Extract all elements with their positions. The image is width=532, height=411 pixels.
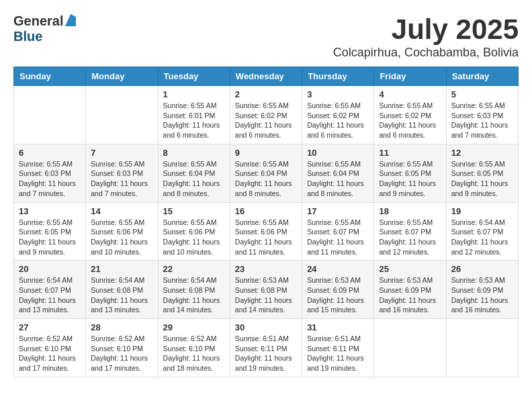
day-number: 12 xyxy=(451,148,513,158)
calendar-cell: 17Sunrise: 6:55 AM Sunset: 6:07 PM Dayli… xyxy=(302,202,374,261)
calendar-week-row: 20Sunrise: 6:54 AM Sunset: 6:07 PM Dayli… xyxy=(14,261,519,319)
calendar-header-row: SundayMondayTuesdayWednesdayThursdayFrid… xyxy=(14,67,519,86)
day-number: 31 xyxy=(307,322,369,332)
logo-general-text: General xyxy=(13,13,63,29)
day-number: 16 xyxy=(235,206,297,216)
day-info: Sunrise: 6:52 AM Sunset: 6:10 PM Dayligh… xyxy=(163,334,225,373)
calendar-cell: 16Sunrise: 6:55 AM Sunset: 6:06 PM Dayli… xyxy=(230,202,302,261)
day-info: Sunrise: 6:54 AM Sunset: 6:08 PM Dayligh… xyxy=(163,275,225,315)
day-info: Sunrise: 6:55 AM Sunset: 6:06 PM Dayligh… xyxy=(235,218,297,257)
day-info: Sunrise: 6:55 AM Sunset: 6:05 PM Dayligh… xyxy=(379,159,441,199)
calendar-cell: 23Sunrise: 6:53 AM Sunset: 6:08 PM Dayli… xyxy=(230,261,302,319)
day-number: 24 xyxy=(307,264,369,274)
day-info: Sunrise: 6:55 AM Sunset: 6:04 PM Dayligh… xyxy=(163,159,225,199)
calendar-cell: 7Sunrise: 6:55 AM Sunset: 6:03 PM Daylig… xyxy=(86,144,158,202)
calendar-cell: 18Sunrise: 6:55 AM Sunset: 6:07 PM Dayli… xyxy=(374,202,446,261)
day-info: Sunrise: 6:55 AM Sunset: 6:07 PM Dayligh… xyxy=(379,218,441,257)
calendar-week-row: 1Sunrise: 6:55 AM Sunset: 6:01 PM Daylig… xyxy=(14,86,519,144)
day-number: 10 xyxy=(307,148,369,158)
calendar-week-row: 13Sunrise: 6:55 AM Sunset: 6:05 PM Dayli… xyxy=(14,202,519,261)
calendar-cell: 30Sunrise: 6:51 AM Sunset: 6:11 PM Dayli… xyxy=(230,319,302,377)
day-number: 26 xyxy=(451,264,513,274)
calendar-cell: 14Sunrise: 6:55 AM Sunset: 6:06 PM Dayli… xyxy=(86,202,158,261)
calendar-week-row: 6Sunrise: 6:55 AM Sunset: 6:03 PM Daylig… xyxy=(14,144,519,202)
calendar-cell: 1Sunrise: 6:55 AM Sunset: 6:01 PM Daylig… xyxy=(158,86,230,144)
day-info: Sunrise: 6:54 AM Sunset: 6:07 PM Dayligh… xyxy=(19,275,81,315)
day-info: Sunrise: 6:55 AM Sunset: 6:03 PM Dayligh… xyxy=(91,159,152,199)
calendar-day-header: Monday xyxy=(86,67,158,86)
day-info: Sunrise: 6:53 AM Sunset: 6:09 PM Dayligh… xyxy=(451,275,513,315)
calendar-cell: 5Sunrise: 6:55 AM Sunset: 6:03 PM Daylig… xyxy=(446,86,518,144)
location-title: Colcapirhua, Cochabamba, Bolivia xyxy=(333,46,519,60)
day-number: 20 xyxy=(19,264,81,274)
day-number: 19 xyxy=(451,206,513,216)
calendar-cell xyxy=(374,319,446,377)
day-number: 22 xyxy=(163,264,225,274)
day-info: Sunrise: 6:51 AM Sunset: 6:11 PM Dayligh… xyxy=(235,334,297,373)
calendar-cell: 10Sunrise: 6:55 AM Sunset: 6:04 PM Dayli… xyxy=(302,144,374,202)
calendar-cell xyxy=(14,86,86,144)
day-info: Sunrise: 6:55 AM Sunset: 6:06 PM Dayligh… xyxy=(163,218,225,257)
calendar-cell: 21Sunrise: 6:54 AM Sunset: 6:08 PM Dayli… xyxy=(86,261,158,319)
day-number: 1 xyxy=(163,89,225,99)
calendar-cell: 26Sunrise: 6:53 AM Sunset: 6:09 PM Dayli… xyxy=(446,261,518,319)
day-number: 4 xyxy=(379,89,441,99)
calendar-day-header: Friday xyxy=(374,67,446,86)
day-number: 27 xyxy=(19,322,81,332)
day-info: Sunrise: 6:55 AM Sunset: 6:02 PM Dayligh… xyxy=(379,101,441,140)
calendar-day-header: Sunday xyxy=(14,67,86,86)
day-number: 23 xyxy=(235,264,297,274)
day-number: 8 xyxy=(163,148,225,158)
svg-marker-0 xyxy=(65,14,76,26)
calendar-day-header: Thursday xyxy=(302,67,374,86)
day-info: Sunrise: 6:55 AM Sunset: 6:02 PM Dayligh… xyxy=(235,101,297,140)
day-number: 30 xyxy=(235,322,297,332)
calendar-table: SundayMondayTuesdayWednesdayThursdayFrid… xyxy=(13,66,519,377)
day-info: Sunrise: 6:55 AM Sunset: 6:05 PM Dayligh… xyxy=(19,218,81,257)
calendar-cell: 8Sunrise: 6:55 AM Sunset: 6:04 PM Daylig… xyxy=(158,144,230,202)
calendar-cell: 25Sunrise: 6:53 AM Sunset: 6:09 PM Dayli… xyxy=(374,261,446,319)
title-block: July 2025 Colcapirhua, Cochabamba, Boliv… xyxy=(333,13,519,60)
calendar-cell: 15Sunrise: 6:55 AM Sunset: 6:06 PM Dayli… xyxy=(158,202,230,261)
calendar-cell: 13Sunrise: 6:55 AM Sunset: 6:05 PM Dayli… xyxy=(14,202,86,261)
calendar-cell: 6Sunrise: 6:55 AM Sunset: 6:03 PM Daylig… xyxy=(14,144,86,202)
day-number: 5 xyxy=(451,89,513,99)
day-number: 11 xyxy=(379,148,441,158)
month-title: July 2025 xyxy=(333,13,519,46)
day-info: Sunrise: 6:52 AM Sunset: 6:10 PM Dayligh… xyxy=(91,334,152,373)
day-info: Sunrise: 6:53 AM Sunset: 6:09 PM Dayligh… xyxy=(379,275,441,315)
calendar-day-header: Wednesday xyxy=(230,67,302,86)
day-number: 13 xyxy=(19,206,81,216)
day-info: Sunrise: 6:52 AM Sunset: 6:10 PM Dayligh… xyxy=(19,334,81,373)
calendar-cell: 31Sunrise: 6:51 AM Sunset: 6:11 PM Dayli… xyxy=(302,319,374,377)
calendar-cell: 4Sunrise: 6:55 AM Sunset: 6:02 PM Daylig… xyxy=(374,86,446,144)
day-info: Sunrise: 6:54 AM Sunset: 6:08 PM Dayligh… xyxy=(91,275,152,315)
page-header: General Blue July 2025 Colcapirhua, Coch… xyxy=(13,13,519,60)
day-number: 18 xyxy=(379,206,441,216)
day-info: Sunrise: 6:54 AM Sunset: 6:07 PM Dayligh… xyxy=(451,218,513,257)
day-info: Sunrise: 6:53 AM Sunset: 6:08 PM Dayligh… xyxy=(235,275,297,315)
day-number: 3 xyxy=(307,89,369,99)
calendar-cell: 24Sunrise: 6:53 AM Sunset: 6:09 PM Dayli… xyxy=(302,261,374,319)
calendar-cell: 19Sunrise: 6:54 AM Sunset: 6:07 PM Dayli… xyxy=(446,202,518,261)
day-info: Sunrise: 6:55 AM Sunset: 6:05 PM Dayligh… xyxy=(451,159,513,199)
calendar-cell: 29Sunrise: 6:52 AM Sunset: 6:10 PM Dayli… xyxy=(158,319,230,377)
calendar-cell xyxy=(86,86,158,144)
day-info: Sunrise: 6:51 AM Sunset: 6:11 PM Dayligh… xyxy=(307,334,369,373)
day-info: Sunrise: 6:55 AM Sunset: 6:06 PM Dayligh… xyxy=(91,218,152,257)
calendar-cell: 2Sunrise: 6:55 AM Sunset: 6:02 PM Daylig… xyxy=(230,86,302,144)
day-info: Sunrise: 6:55 AM Sunset: 6:07 PM Dayligh… xyxy=(307,218,369,257)
day-info: Sunrise: 6:55 AM Sunset: 6:04 PM Dayligh… xyxy=(307,159,369,199)
logo: General Blue xyxy=(13,13,76,44)
day-number: 15 xyxy=(163,206,225,216)
day-number: 17 xyxy=(307,206,369,216)
calendar-week-row: 27Sunrise: 6:52 AM Sunset: 6:10 PM Dayli… xyxy=(14,319,519,377)
calendar-cell: 11Sunrise: 6:55 AM Sunset: 6:05 PM Dayli… xyxy=(374,144,446,202)
day-number: 2 xyxy=(235,89,297,99)
calendar-cell: 27Sunrise: 6:52 AM Sunset: 6:10 PM Dayli… xyxy=(14,319,86,377)
day-info: Sunrise: 6:53 AM Sunset: 6:09 PM Dayligh… xyxy=(307,275,369,315)
day-number: 14 xyxy=(91,206,152,216)
calendar-cell: 28Sunrise: 6:52 AM Sunset: 6:10 PM Dayli… xyxy=(86,319,158,377)
calendar-day-header: Saturday xyxy=(446,67,518,86)
calendar-cell: 12Sunrise: 6:55 AM Sunset: 6:05 PM Dayli… xyxy=(446,144,518,202)
